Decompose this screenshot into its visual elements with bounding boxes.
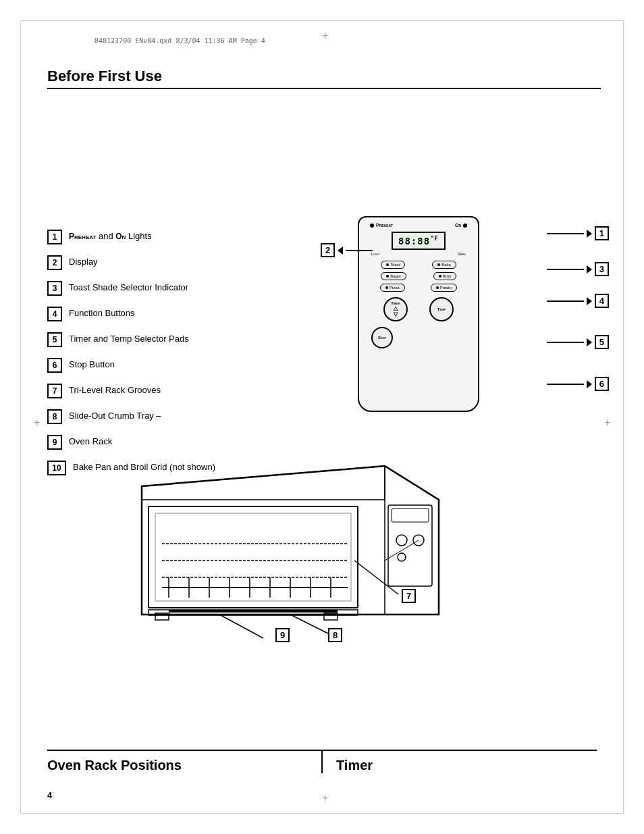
label-num-8: 8 [47,409,62,424]
oven-rack-positions-heading: Oven Rack Positions [47,751,323,773]
stop-label: Stop [378,336,386,340]
bottom-headings: Oven Rack Positions Timer [47,750,597,773]
label-text-6: Stop Button [69,358,115,371]
bagel-dot [386,275,389,278]
label-row-1: 1 Preheat and On Lights [47,230,304,244]
left-crosshair: + [34,417,40,429]
temp-label: Temp [437,307,446,311]
callout-2-line [346,250,373,251]
callout-9-box: 9 [275,628,290,642]
oven-svg [101,446,479,662]
temp-pad[interactable]: Temp [429,297,454,321]
toast-dot [386,263,389,266]
svg-line-21 [385,540,419,561]
label-text-1: Preheat and On Lights [69,230,152,242]
label-num-1: 1 [47,230,62,244]
callout-7-box: 7 [402,589,416,603]
label-num-5: 5 [47,332,62,347]
toast-label: Toast [390,263,400,267]
callout-6-line [547,384,584,385]
label-num-2: 2 [47,255,62,270]
file-info: 840123700 ENv04.qxd 8/3/04 11:36 AM Page… [95,37,265,45]
dark-label: Dark [457,252,466,256]
label-row-5: 5 Timer and Temp Selector Pads [47,332,304,347]
stop-row: Stop [371,327,466,348]
callout-5-box: 5 [595,335,609,349]
crosshair-bottom [322,792,328,804]
callout-3-box: 3 [595,262,609,276]
label-text-8: Slide-Out Crumb Tray – [69,409,161,422]
callout-6-box: 6 [595,377,609,391]
on-dot [463,224,467,228]
stop-button[interactable]: Stop [371,327,393,348]
potato-dot [436,286,439,289]
callout-2-box: 2 [321,243,335,257]
callout-4-line [547,301,584,302]
callout-2-arrowhead [338,246,343,255]
preheat-on-row: Preheat On [359,217,478,230]
callout-1-box: 1 [595,226,609,240]
callout-6-arrowhead [587,380,592,388]
callout-1-arrowhead [587,230,592,238]
on-label: On [455,223,461,228]
callout-5-line [547,342,584,343]
label-num-10: 10 [47,461,66,475]
callout-4-arrowhead [587,297,592,305]
callout-8-box: 8 [328,628,342,642]
broil-button[interactable]: Broil [433,272,456,280]
preheat-dot [370,224,374,228]
label-text-2: Display [69,255,98,268]
pizza-dot [385,286,388,289]
timer-temp-row: Timer △ ▽ Temp [373,297,464,321]
func-row-2: Bagel Broil [367,272,470,280]
panel-box: Preheat On 88:88°F Light Dark Toast [358,216,479,412]
label-row-7: 7 Tri-Level Rack Grooves [47,384,304,398]
broil-label: Broil [443,274,451,278]
bake-label: Bake [441,263,451,267]
label-text-7: Tri-Level Rack Grooves [69,384,161,396]
func-row-1: Toast Bake [367,261,470,269]
callout-1: 1 [547,226,609,240]
bagel-button[interactable]: Bagel [381,272,406,280]
potato-button[interactable]: Potato [431,284,457,292]
callout-3-arrowhead [587,265,592,273]
label-num-3: 3 [47,281,62,296]
callout-4: 4 [547,294,609,308]
timer-heading: Timer [323,751,597,773]
display-unit: °F [430,235,439,242]
callout-4-box: 4 [595,294,609,308]
preheat-label: Preheat [376,223,393,228]
callout-1-line [547,233,584,234]
svg-line-24 [219,615,263,638]
label-num-6: 6 [47,358,62,373]
timer-pad[interactable]: Timer △ ▽ [383,297,408,321]
toast-button[interactable]: Toast [381,261,405,269]
display-row: 88:88°F [359,232,478,250]
callout-5: 5 [547,335,609,349]
label-row-2: 2 Display [47,255,304,270]
display-box: 88:88°F [392,232,446,250]
broil-dot [439,275,441,278]
right-crosshair: + [604,417,610,429]
label-row-6: 6 Stop Button [47,358,304,373]
pizza-button[interactable]: Pizza [380,284,405,292]
section-title: Before First Use [47,68,601,89]
label-num-9: 9 [47,435,62,450]
crosshair-top [322,30,328,42]
label-row-8: 8 Slide-Out Crumb Tray – [47,409,304,424]
oven-illustration [101,446,479,662]
label-text-3: Toast Shade Selector Indicator [69,281,188,294]
callout-3: 3 [547,262,609,276]
bake-button[interactable]: Bake [432,261,456,269]
label-num-4: 4 [47,307,62,321]
page-number: 4 [47,790,52,800]
display-labels: Light Dark [359,251,478,257]
timer-up-arrow: △ [394,305,398,311]
label-num-7: 7 [47,384,62,398]
label-row-4: 4 Function Buttons [47,307,304,321]
label-text-4: Function Buttons [69,307,135,319]
potato-label: Potato [440,286,452,290]
function-buttons: Toast Bake Bagel Broil [367,261,470,292]
bake-dot [437,263,440,266]
callout-2: 2 [321,243,373,257]
